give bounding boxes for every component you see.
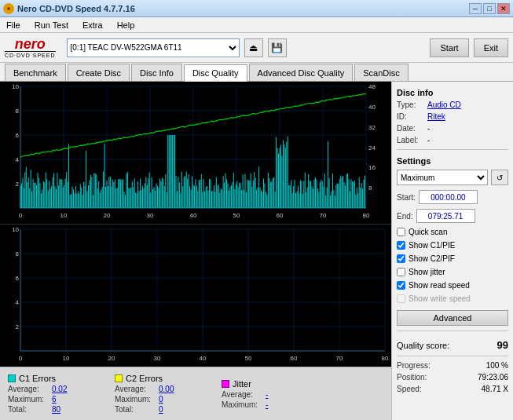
disc-id-label: ID: — [397, 112, 424, 121]
divider2 — [397, 331, 508, 331]
show-write-label: Show write speed — [409, 294, 471, 303]
jitter-color-box — [222, 380, 229, 388]
save-button[interactable]: 💾 — [268, 38, 287, 57]
c1-avg-value: 0.02 — [52, 385, 67, 393]
legend-jitter: Jitter Average: - Maximum: - — [222, 379, 316, 409]
end-time-input[interactable]: 079:25.71 — [416, 209, 475, 223]
jitter-title: Jitter — [233, 379, 251, 389]
window-title: Nero CD-DVD Speed 4.7.7.16 — [17, 4, 135, 13]
speed-label: Speed: — [397, 385, 422, 393]
disc-id-value[interactable]: Ritek — [427, 112, 445, 121]
divider3 — [397, 356, 508, 356]
show-c2pif-row: Show C2/PIF — [397, 254, 508, 263]
speed-selector[interactable]: Maximum 1x 2x 4x 8x — [397, 170, 488, 185]
drive-selector[interactable]: [0:1] TEAC DV-W522GMA 6T11 — [67, 38, 240, 57]
quality-score-value: 99 — [497, 339, 508, 351]
legend-c1: C1 Errors Average: 0.02 Maximum: 6 Total… — [8, 374, 102, 414]
tab-benchmark[interactable]: Benchmark — [5, 64, 66, 81]
c1-total-label: Total: — [8, 405, 47, 414]
chart1-canvas — [0, 82, 391, 224]
tab-scan-disc[interactable]: ScanDisc — [354, 64, 408, 81]
c1-max-label: Maximum: — [8, 395, 47, 404]
c1-color-box — [8, 374, 16, 382]
maximize-button[interactable]: □ — [483, 3, 496, 14]
start-button[interactable]: Start — [430, 38, 468, 57]
app-logo: nero CD·DVD SPEED — [5, 37, 56, 58]
chart2-canvas — [0, 225, 391, 367]
c2-avg-label: Average: — [115, 385, 154, 393]
chart2-container — [0, 224, 391, 367]
disc-type-label: Type: — [397, 100, 424, 109]
c1-title: C1 Errors — [19, 374, 56, 383]
disc-type-value[interactable]: Audio CD — [427, 100, 461, 109]
c1-avg-label: Average: — [8, 385, 47, 393]
position-row: Position: 79:23.06 — [397, 373, 508, 382]
c2-avg-value: 0.00 — [159, 385, 174, 393]
jitter-max-value: - — [266, 400, 268, 409]
nero-logo-subtitle: CD·DVD SPEED — [5, 51, 56, 58]
legend-c2: C2 Errors Average: 0.00 Maximum: 0 Total… — [115, 374, 209, 414]
show-c1pie-checkbox[interactable] — [397, 241, 405, 250]
progress-label: Progress: — [397, 361, 431, 370]
show-c1pie-label: Show C1/PIE — [409, 241, 455, 250]
show-c2pif-label: Show C2/PIF — [409, 254, 455, 263]
disc-label-value: - — [427, 136, 430, 144]
eject-button[interactable]: ⏏ — [244, 38, 263, 57]
c2-title: C2 Errors — [126, 374, 163, 383]
speed-row: Speed: 48.71 X — [397, 385, 508, 393]
speed-value: 48.71 X — [482, 385, 508, 393]
end-time-row: End: 079:25.71 — [397, 209, 508, 223]
title-bar: Nero CD-DVD Speed 4.7.7.16 ─ □ ✕ — [0, 0, 513, 17]
c2-color-box — [115, 374, 123, 382]
menu-help[interactable]: Help — [114, 19, 138, 31]
tab-disc-info[interactable]: Disc Info — [131, 64, 182, 81]
c2-total-label: Total: — [115, 405, 154, 414]
menu-run-test[interactable]: Run Test — [31, 19, 71, 31]
jitter-avg-label: Average: — [222, 390, 261, 399]
menu-file[interactable]: File — [3, 19, 24, 31]
show-write-checkbox[interactable] — [397, 294, 405, 303]
start-time-label: Start: — [397, 193, 416, 202]
tab-bar: Benchmark Create Disc Disc Info Disc Qua… — [0, 63, 513, 82]
c2-max-label: Maximum: — [115, 395, 154, 404]
show-c2pif-checkbox[interactable] — [397, 254, 405, 263]
progress-row: Progress: 100 % — [397, 361, 508, 370]
advanced-button[interactable]: Advanced — [397, 310, 508, 326]
menu-bar: File Run Test Extra Help — [0, 17, 513, 33]
show-jitter-row: Show jitter — [397, 268, 508, 276]
quality-score-label: Quality score: — [397, 341, 449, 350]
quick-scan-row: Quick scan — [397, 228, 508, 236]
toolbar: nero CD·DVD SPEED [0:1] TEAC DV-W522GMA … — [0, 33, 513, 63]
c2-total-value: 0 — [159, 405, 163, 414]
show-read-checkbox[interactable] — [397, 281, 405, 290]
show-read-label: Show read speed — [409, 281, 470, 290]
progress-value: 100 % — [486, 361, 508, 370]
quality-score-row: Quality score: 99 — [397, 339, 508, 351]
disc-info-title: Disc info — [397, 88, 508, 97]
show-jitter-checkbox[interactable] — [397, 268, 405, 276]
disc-type-row: Type: Audio CD — [397, 100, 508, 109]
end-time-label: End: — [397, 212, 413, 221]
tab-disc-quality[interactable]: Disc Quality — [184, 64, 247, 82]
minimize-button[interactable]: ─ — [469, 3, 482, 14]
close-button[interactable]: ✕ — [497, 3, 510, 14]
c1-max-value: 6 — [52, 395, 57, 404]
refresh-button[interactable]: ↺ — [491, 170, 508, 185]
tab-create-disc[interactable]: Create Disc — [68, 64, 130, 81]
quick-scan-label: Quick scan — [409, 228, 447, 236]
show-write-row: Show write speed — [397, 294, 508, 303]
disc-id-row: ID: Ritek — [397, 112, 508, 121]
menu-extra[interactable]: Extra — [79, 19, 106, 31]
quick-scan-checkbox[interactable] — [397, 228, 405, 236]
disc-label-label: Label: — [397, 136, 424, 144]
exit-button[interactable]: Exit — [474, 38, 508, 57]
disc-date-label: Date: — [397, 124, 424, 133]
position-value: 79:23.06 — [478, 373, 508, 382]
jitter-avg-value: - — [266, 390, 268, 399]
chart-legend: C1 Errors Average: 0.02 Maximum: 6 Total… — [0, 367, 391, 420]
start-time-input[interactable]: 000:00.00 — [419, 190, 478, 204]
tab-advanced-disc-quality[interactable]: Advanced Disc Quality — [249, 64, 354, 81]
show-jitter-label: Show jitter — [409, 268, 445, 276]
main-content: C1 Errors Average: 0.02 Maximum: 6 Total… — [0, 82, 513, 420]
speed-setting-row: Maximum 1x 2x 4x 8x ↺ — [397, 170, 508, 185]
